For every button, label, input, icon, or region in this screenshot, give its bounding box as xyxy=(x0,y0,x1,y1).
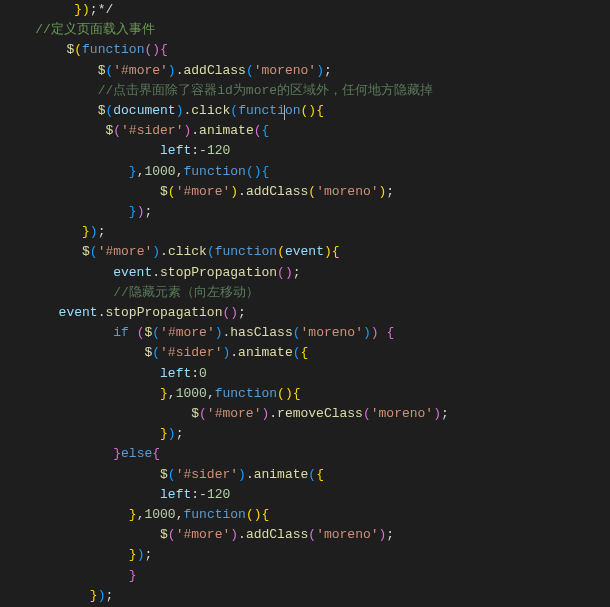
code-token: () xyxy=(222,305,238,320)
code-token: event xyxy=(59,305,98,320)
code-token: hasClass xyxy=(230,325,292,340)
code-token: ; xyxy=(176,426,184,441)
code-line[interactable]: event.stopPropagation(); xyxy=(4,265,301,280)
code-token: ) xyxy=(363,325,371,340)
code-line[interactable]: $(function(){ xyxy=(4,42,168,57)
code-token: animate xyxy=(254,467,309,482)
code-token: ) xyxy=(168,426,176,441)
code-line[interactable]: }); xyxy=(4,224,105,239)
code-line[interactable]: event.stopPropagation(); xyxy=(4,305,246,320)
code-token: ; xyxy=(238,305,246,320)
code-line[interactable]: left:-120 xyxy=(4,143,230,158)
code-token: ( xyxy=(308,527,316,542)
code-token: function xyxy=(183,507,245,522)
code-token: { xyxy=(301,345,309,360)
code-token: 120 xyxy=(207,487,230,502)
code-token xyxy=(4,224,82,239)
code-line[interactable]: }); xyxy=(4,547,152,562)
code-token: : xyxy=(191,366,199,381)
code-token xyxy=(4,467,160,482)
code-token: . xyxy=(160,244,168,259)
code-token: . xyxy=(238,527,246,542)
code-token: left xyxy=(160,143,191,158)
code-line[interactable]: }); xyxy=(4,426,183,441)
code-line[interactable]: }); xyxy=(4,588,113,603)
code-line[interactable]: $('#more').addClass('moreno'); xyxy=(4,63,332,78)
code-token: . xyxy=(152,265,160,280)
code-line[interactable]: $('#more').addClass('moreno'); xyxy=(4,527,394,542)
code-token: ) xyxy=(215,325,223,340)
code-token: } xyxy=(129,164,137,179)
code-token: //定义页面载入事件 xyxy=(35,22,155,37)
code-token xyxy=(4,164,129,179)
code-line[interactable]: if ($('#more').hasClass('moreno')) { xyxy=(4,325,394,340)
code-token: ) xyxy=(152,244,160,259)
code-line[interactable]: $('#more').removeClass('moreno'); xyxy=(4,406,449,421)
code-token: stopPropagation xyxy=(160,265,277,280)
code-token: '#more' xyxy=(113,63,168,78)
code-token xyxy=(4,184,160,199)
code-token: click xyxy=(168,244,207,259)
code-line[interactable]: }); xyxy=(4,204,152,219)
code-token: $ xyxy=(82,244,90,259)
code-token: ; xyxy=(386,184,394,199)
code-editor[interactable]: });*/ //定义页面载入事件 $(function(){ $('#more'… xyxy=(0,0,610,607)
code-token: () xyxy=(246,507,262,522)
code-line[interactable]: $('#sider').animate({ xyxy=(4,123,269,138)
code-token xyxy=(4,265,113,280)
code-token: 'moreno' xyxy=(371,406,433,421)
code-token: { xyxy=(152,446,160,461)
code-line[interactable]: },1000,function(){ xyxy=(4,386,301,401)
code-line[interactable]: $('#sider').animate({ xyxy=(4,467,324,482)
code-line[interactable]: //隐藏元素（向左移动） xyxy=(4,285,259,300)
code-token: $ xyxy=(191,406,199,421)
code-token: , xyxy=(168,386,176,401)
code-line[interactable]: },1000,function(){ xyxy=(4,164,269,179)
code-token: }) xyxy=(74,2,90,17)
code-token: ;*/ xyxy=(90,2,113,17)
code-token: { xyxy=(262,123,270,138)
code-token: ( xyxy=(207,244,215,259)
code-line[interactable]: //定义页面载入事件 xyxy=(4,22,155,37)
code-token xyxy=(4,305,59,320)
code-token: . xyxy=(238,184,246,199)
code-token: ) xyxy=(324,244,332,259)
code-line[interactable]: });*/ xyxy=(4,2,113,17)
code-token: ( xyxy=(293,325,301,340)
code-token: function xyxy=(82,42,144,57)
code-line[interactable]: left:0 xyxy=(4,366,207,381)
code-token: ) xyxy=(230,184,238,199)
code-token: ( xyxy=(168,527,176,542)
code-token: '#more' xyxy=(176,184,231,199)
code-token: . xyxy=(269,406,277,421)
code-line[interactable]: //点击界面除了容器id为more的区域外，任何地方隐藏掉 xyxy=(4,83,433,98)
code-token: $ xyxy=(160,527,168,542)
code-token: functi xyxy=(238,103,285,118)
code-token: stopPropagation xyxy=(105,305,222,320)
code-token xyxy=(4,285,113,300)
code-token: ; xyxy=(293,265,301,280)
text-cursor xyxy=(284,105,285,120)
code-line[interactable]: } xyxy=(4,568,137,583)
code-token: function xyxy=(215,386,277,401)
code-token: //隐藏元素（向左移动） xyxy=(113,285,259,300)
code-line[interactable]: left:-120 xyxy=(4,487,230,502)
code-token: 120 xyxy=(207,143,230,158)
code-token: ( xyxy=(308,467,316,482)
code-token: ; xyxy=(98,224,106,239)
code-token: () xyxy=(277,386,293,401)
code-line[interactable]: $(document).click(function(){ xyxy=(4,103,324,118)
code-line[interactable]: $('#more').addClass('moreno'); xyxy=(4,184,394,199)
code-token: - xyxy=(199,487,207,502)
code-line[interactable]: }else{ xyxy=(4,446,160,461)
code-line[interactable]: $('#more').click(function(event){ xyxy=(4,244,340,259)
code-line[interactable]: },1000,function(){ xyxy=(4,507,269,522)
code-token: '#more' xyxy=(98,244,153,259)
code-line[interactable]: $('#sider').animate({ xyxy=(4,345,308,360)
code-token xyxy=(4,507,129,522)
code-token: ) xyxy=(433,406,441,421)
code-token: //点击界面除了容器id为more的区域外，任何地方隐藏掉 xyxy=(98,83,433,98)
code-token: { xyxy=(293,386,301,401)
code-token: 0 xyxy=(199,366,207,381)
code-token: ( xyxy=(246,63,254,78)
